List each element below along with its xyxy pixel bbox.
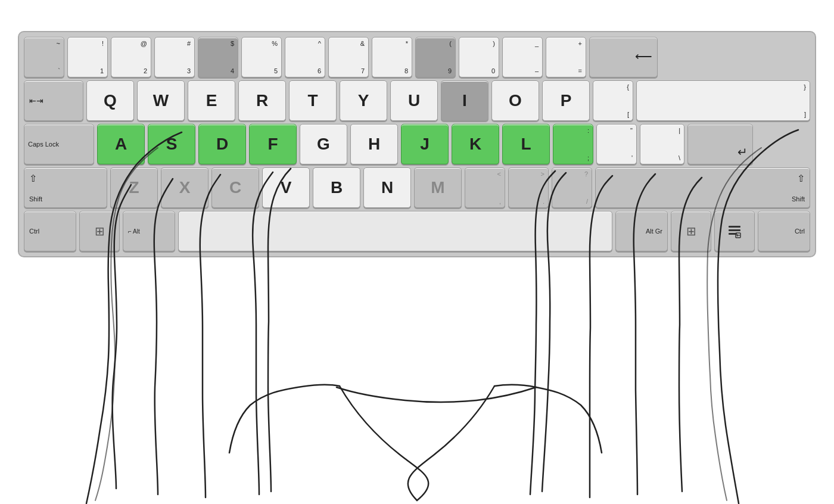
key-0[interactable]: )0 <box>459 37 499 77</box>
key-alt-left[interactable]: ⌐ Alt <box>123 211 175 251</box>
key-shift-left[interactable]: ⇧ Shift <box>24 167 107 208</box>
key-equals[interactable]: += <box>546 37 586 77</box>
key-h[interactable]: H <box>350 124 398 164</box>
key-backslash[interactable]: |\ <box>640 124 684 164</box>
number-row: ~ ` !1 @2 #3 $4 %5 ^6 &7 <box>24 37 810 77</box>
key-s[interactable]: S <box>148 124 195 164</box>
key-u[interactable]: U <box>390 80 438 121</box>
key-quote[interactable]: "' <box>596 124 637 164</box>
key-c[interactable]: C <box>211 167 259 208</box>
key-period[interactable]: >. <box>508 167 549 208</box>
keyboard: ~ ` !1 @2 #3 $4 %5 ^6 &7 <box>18 31 816 257</box>
key-rbracket[interactable]: }] <box>636 80 810 121</box>
key-tab[interactable]: ⇤⇥ <box>24 80 83 121</box>
key-win-left[interactable]: ⊞ <box>79 211 120 251</box>
key-7[interactable]: &7 <box>328 37 369 77</box>
key-k[interactable]: K <box>452 124 499 164</box>
key-ctrl-left[interactable]: Ctrl <box>24 211 76 251</box>
key-minus[interactable]: _– <box>502 37 543 77</box>
key-menu[interactable] <box>714 211 755 251</box>
key-d[interactable]: D <box>198 124 246 164</box>
key-y[interactable]: Y <box>340 80 387 121</box>
key-q[interactable]: Q <box>86 80 134 121</box>
key-alt-gr[interactable]: Alt Gr <box>615 211 668 251</box>
key-4[interactable]: $4 <box>198 37 238 77</box>
key-w[interactable]: W <box>137 80 185 121</box>
svg-rect-0 <box>729 226 740 228</box>
key-backspace[interactable]: ⟵ <box>589 37 658 77</box>
key-semicolon[interactable]: :; <box>553 124 593 164</box>
key-8[interactable]: *8 <box>372 37 412 77</box>
key-f[interactable]: F <box>249 124 297 164</box>
key-lbracket[interactable]: {[ <box>593 80 633 121</box>
key-g[interactable]: G <box>300 124 347 164</box>
key-l[interactable]: L <box>502 124 550 164</box>
key-j[interactable]: J <box>401 124 449 164</box>
key-caps-lock[interactable]: Caps Lock <box>24 124 94 164</box>
qwerty-row: ⇤⇥ Q W E R T Y U I <box>24 80 810 121</box>
key-m[interactable]: M <box>414 167 462 208</box>
key-r[interactable]: R <box>238 80 286 121</box>
key-i[interactable]: I <box>441 80 488 121</box>
key-tilde[interactable]: ~ ` <box>24 37 64 77</box>
key-v[interactable]: V <box>262 167 310 208</box>
key-t[interactable]: T <box>289 80 337 121</box>
key-5[interactable]: %5 <box>241 37 282 77</box>
key-e[interactable]: E <box>188 80 235 121</box>
key-slash[interactable]: ?/ <box>552 167 592 208</box>
key-win-right[interactable]: ⊞ <box>671 211 711 251</box>
key-2[interactable]: @2 <box>111 37 151 77</box>
key-space[interactable] <box>178 211 612 251</box>
key-shift-right[interactable]: ⇧ Shift <box>595 167 810 208</box>
key-3[interactable]: #3 <box>154 37 195 77</box>
key-ctrl-right[interactable]: Ctrl <box>758 211 810 251</box>
bottom-row: Ctrl ⊞ ⌐ Alt Alt Gr ⊞ <box>24 211 810 251</box>
key-p[interactable]: P <box>542 80 590 121</box>
key-comma[interactable]: <, <box>465 167 505 208</box>
svg-rect-1 <box>729 229 740 231</box>
key-z[interactable]: Z <box>110 167 158 208</box>
key-b[interactable]: B <box>313 167 360 208</box>
home-row: Caps Lock A S D F G H J <box>24 124 810 164</box>
key-1[interactable]: !1 <box>67 37 108 77</box>
key-6[interactable]: ^6 <box>285 37 325 77</box>
key-n[interactable]: N <box>363 167 411 208</box>
scene: ~ ` !1 @2 #3 $4 %5 ^6 &7 <box>0 0 834 504</box>
key-x[interactable]: X <box>161 167 208 208</box>
key-o[interactable]: O <box>491 80 539 121</box>
key-a[interactable]: A <box>97 124 145 164</box>
key-enter[interactable]: ↵ <box>687 124 753 164</box>
shift-row: ⇧ Shift Z X C V B N M <box>24 167 810 208</box>
key-9[interactable]: (9 <box>415 37 456 77</box>
